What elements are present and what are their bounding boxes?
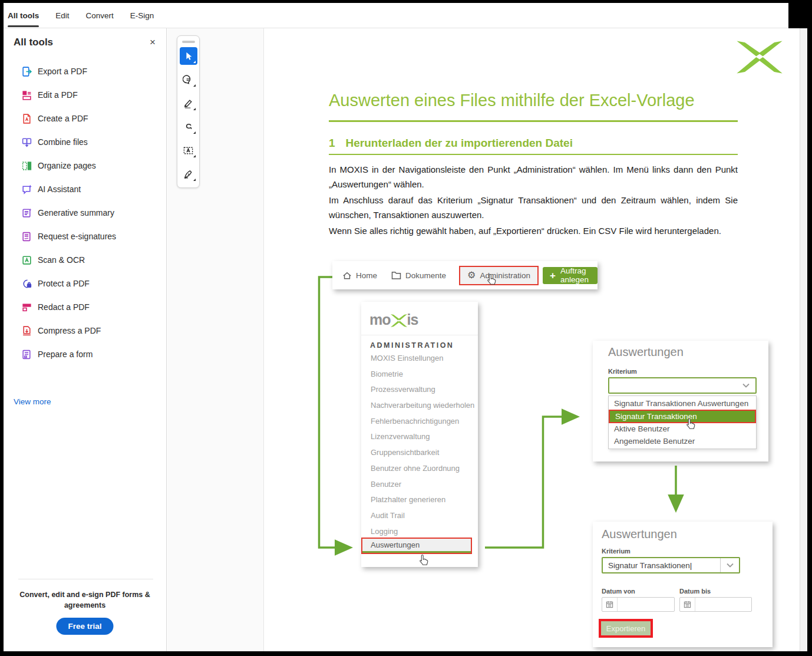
auswertungen-label: Auswertungen — [362, 539, 471, 553]
kriterium-label: Kriterium — [602, 548, 631, 555]
tool-dropdown-caret — [193, 155, 196, 157]
menu-item: Lizenzverwaltung — [371, 432, 476, 448]
panel-title: Auswertungen — [602, 528, 677, 541]
add-text-tool[interactable] — [180, 141, 197, 159]
pdf-page[interactable]: Auswerten eines Files mithilfe der Excel… — [263, 28, 800, 651]
tool-dropdown-caret — [193, 84, 196, 87]
sidebar-item-label: Organize pages — [38, 161, 96, 170]
toolbar-drag-handle[interactable] — [182, 41, 195, 43]
paragraph: In MOXIS in der Navigationsleiste den Pu… — [329, 163, 738, 192]
sidebar-item-request-esignatures[interactable]: Request e-signatures — [4, 225, 166, 248]
moxis-wordmark: mo is — [369, 311, 418, 328]
sidebar-item-label: Prepare a form — [38, 350, 93, 359]
menu-item: Biometrie — [371, 370, 476, 385]
close-icon[interactable]: × — [146, 37, 159, 48]
datum-bis-input — [679, 597, 752, 612]
gear-icon: ⚙ — [467, 271, 476, 280]
comment-tool[interactable] — [180, 71, 197, 88]
ai-assistant-icon — [21, 183, 32, 195]
kriterium-options-list: Signatur Transaktionen Auswertungen Sign… — [608, 395, 757, 449]
menu-item: Benutzer ohne Zuordnung — [371, 464, 476, 480]
sidebar-item-ai-assistant[interactable]: AI Assistant — [4, 177, 166, 201]
draw-tool[interactable] — [180, 118, 197, 136]
option-item: Aktive Benutzer — [609, 423, 756, 436]
tab-esign[interactable]: E-Sign — [130, 3, 154, 28]
fill-sign-tool[interactable] — [180, 165, 197, 183]
promo-text: Convert, edit and e-sign PDF forms & agr… — [15, 589, 154, 611]
sidebar-item-redact-pdf[interactable]: Redact a PDF — [4, 295, 166, 319]
sidebar-item-scan-ocr[interactable]: Scan & OCR — [4, 248, 166, 272]
highlight-tool[interactable] — [180, 94, 197, 112]
generative-summary-icon — [21, 207, 32, 219]
organize-pages-icon — [21, 160, 32, 172]
text-caret: | — [690, 561, 692, 570]
figure-administration-item-highlighted: ⚙ Administration — [459, 266, 539, 285]
paragraph: Im Anschluss darauf das Kriterium „Signa… — [329, 193, 738, 222]
divider — [18, 579, 153, 579]
compress-pdf-icon — [21, 325, 32, 337]
figure-admin-menu: mo is ADMINISTRATION MOXIS Einstellungen… — [361, 302, 478, 567]
sidebar-item-combine-files[interactable]: Combine files — [4, 130, 166, 154]
chevron-down-icon — [720, 558, 739, 572]
sidebar-item-generative-summary[interactable]: Generative summary — [4, 201, 166, 225]
plus-icon: + — [550, 271, 556, 281]
folder-icon — [391, 271, 401, 279]
sidebar-item-label: Create a PDF — [38, 114, 88, 123]
sidebar-item-edit-pdf[interactable]: Edit a PDF — [4, 83, 166, 107]
view-more-link[interactable]: View more — [14, 397, 51, 406]
sidebar-item-label: Redact a PDF — [38, 302, 90, 312]
sidebar-item-compress-pdf[interactable]: Compress a PDF — [4, 319, 166, 342]
auftrag-anlegen-label: Auftrag anlegen — [560, 266, 590, 284]
panel-title: Auswertungen — [608, 345, 684, 359]
free-trial-button[interactable]: Free trial — [56, 618, 113, 635]
administration-label: Administration — [480, 271, 530, 280]
protect-pdf-icon — [21, 278, 32, 289]
sidebar-item-label: Compress a PDF — [38, 326, 101, 335]
document-viewer: Auswerten eines Files mithilfe der Excel… — [167, 28, 807, 651]
dokumente-label: Dokumente — [405, 271, 446, 280]
moxis-wordmark-mo: mo — [369, 311, 391, 328]
edit-pdf-icon — [21, 89, 32, 101]
tool-dropdown-caret — [193, 179, 196, 181]
kriterium-label: Kriterium — [608, 368, 637, 375]
section-heading: 1 Herunterladen der zu importierenden Da… — [329, 137, 573, 150]
sidebar-item-label: AI Assistant — [38, 184, 81, 194]
document-scrollbar[interactable] — [800, 28, 807, 651]
sidebar-item-label: Protect a PDF — [38, 279, 90, 288]
scan-ocr-icon — [21, 254, 32, 266]
figure-exportieren-highlighted: Exportieren — [599, 619, 653, 638]
kriterium-select: Signatur Transaktionen| — [602, 557, 740, 573]
admin-menu-heading: ADMINISTRATION — [370, 341, 454, 350]
menu-item: Nachverarbeitung wiederholen — [371, 401, 476, 417]
window-corner-filler — [788, 3, 807, 28]
option-item: Angemeldete Benutzer — [609, 435, 756, 447]
divider — [361, 335, 478, 335]
datum-von-input — [602, 597, 675, 612]
sidebar-item-label: Combine files — [38, 137, 88, 147]
menu-item: MOXIS Einstellungen — [371, 354, 476, 370]
paragraph: Wenn Sie alles richtig gewählt haben, au… — [329, 224, 738, 239]
sidebar-item-label: Edit a PDF — [38, 90, 78, 100]
figure-auftrag-anlegen-button: + Auftrag anlegen — [543, 267, 598, 284]
tool-dropdown-caret — [193, 108, 196, 110]
sidebar-item-label: Export a PDF — [38, 67, 87, 76]
prepare-form-icon — [21, 348, 32, 360]
sidebar-item-label: Generative summary — [38, 208, 114, 217]
tab-all-tools[interactable]: All tools — [8, 3, 39, 28]
select-pointer-tool[interactable] — [180, 47, 197, 65]
chevron-down-icon — [737, 378, 755, 393]
sidebar-item-protect-pdf[interactable]: Protect a PDF — [4, 272, 166, 295]
tool-dropdown-caret — [193, 61, 196, 63]
sidebar-item-organize-pages[interactable]: Organize pages — [4, 154, 166, 177]
section-rule — [329, 154, 738, 155]
calendar-icon — [680, 598, 695, 611]
export-pdf-icon — [21, 65, 32, 77]
tab-convert[interactable]: Convert — [86, 3, 114, 28]
sidebar-item-export-pdf[interactable]: Export a PDF — [4, 60, 166, 83]
tab-edit[interactable]: Edit — [55, 3, 69, 28]
panel-title: All tools — [14, 37, 53, 48]
sidebar-item-prepare-form[interactable]: Prepare a form — [4, 342, 166, 366]
sidebar-item-create-pdf[interactable]: Create a PDF — [4, 107, 166, 130]
top-tab-bar: All tools Edit Convert E-Sign — [4, 3, 807, 28]
figure-dokumente-item: Dokumente — [391, 271, 446, 280]
